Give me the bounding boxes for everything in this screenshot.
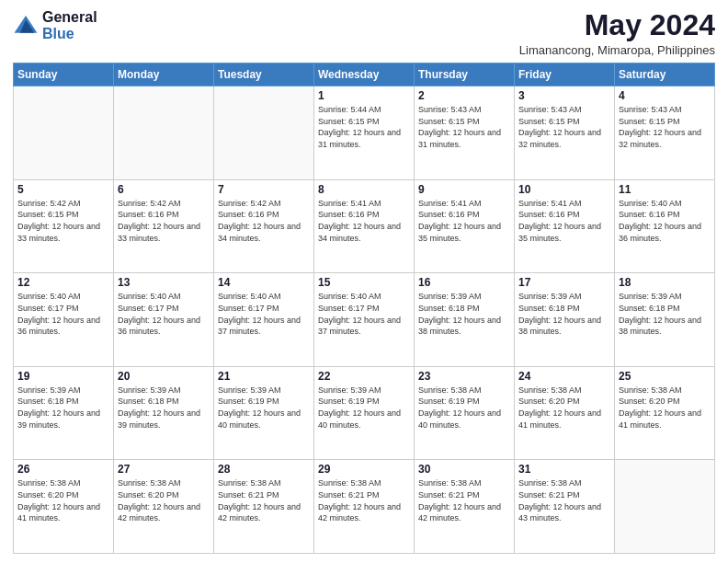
calendar-header-row: Sunday Monday Tuesday Wednesday Thursday… [14, 63, 715, 86]
day-info: Sunrise: 5:40 AM Sunset: 6:17 PM Dayligh… [118, 291, 210, 337]
day-info: Sunrise: 5:38 AM Sunset: 6:19 PM Dayligh… [418, 385, 510, 431]
day-cell: 4Sunrise: 5:43 AM Sunset: 6:15 PM Daylig… [615, 86, 715, 180]
day-cell: 23Sunrise: 5:38 AM Sunset: 6:19 PM Dayli… [415, 366, 515, 460]
day-cell: 22Sunrise: 5:39 AM Sunset: 6:19 PM Dayli… [314, 366, 415, 460]
day-cell: 1Sunrise: 5:44 AM Sunset: 6:15 PM Daylig… [314, 86, 415, 180]
day-info: Sunrise: 5:41 AM Sunset: 6:16 PM Dayligh… [518, 198, 610, 244]
day-cell: 21Sunrise: 5:39 AM Sunset: 6:19 PM Dayli… [214, 366, 314, 460]
day-info: Sunrise: 5:39 AM Sunset: 6:19 PM Dayligh… [318, 385, 410, 431]
col-saturday: Saturday [615, 63, 715, 86]
day-cell: 11Sunrise: 5:40 AM Sunset: 6:16 PM Dayli… [615, 179, 715, 273]
day-number: 11 [619, 183, 711, 196]
day-cell: 19Sunrise: 5:39 AM Sunset: 6:18 PM Dayli… [14, 366, 114, 460]
logo-text: General Blue [42, 9, 97, 41]
logo: General Blue [13, 9, 97, 41]
day-number: 31 [518, 463, 610, 476]
week-row-1: 1Sunrise: 5:44 AM Sunset: 6:15 PM Daylig… [14, 86, 715, 180]
day-cell: 31Sunrise: 5:38 AM Sunset: 6:21 PM Dayli… [515, 460, 615, 554]
day-cell: 29Sunrise: 5:38 AM Sunset: 6:21 PM Dayli… [314, 460, 415, 554]
day-info: Sunrise: 5:38 AM Sunset: 6:20 PM Dayligh… [118, 477, 210, 523]
day-info: Sunrise: 5:39 AM Sunset: 6:18 PM Dayligh… [118, 385, 210, 431]
col-wednesday: Wednesday [314, 63, 415, 86]
day-cell: 18Sunrise: 5:39 AM Sunset: 6:18 PM Dayli… [615, 273, 715, 367]
day-cell: 9Sunrise: 5:41 AM Sunset: 6:16 PM Daylig… [415, 179, 515, 273]
day-number: 21 [218, 370, 310, 383]
day-number: 20 [118, 370, 210, 383]
day-info: Sunrise: 5:40 AM Sunset: 6:17 PM Dayligh… [218, 291, 310, 337]
calendar-table: Sunday Monday Tuesday Wednesday Thursday… [13, 63, 715, 554]
day-number: 14 [218, 276, 310, 289]
day-number: 2 [418, 89, 510, 102]
day-number: 19 [17, 370, 109, 383]
day-cell: 26Sunrise: 5:38 AM Sunset: 6:20 PM Dayli… [14, 460, 114, 554]
day-number: 18 [619, 276, 711, 289]
day-number: 8 [318, 183, 410, 196]
day-cell [615, 460, 715, 554]
day-cell: 10Sunrise: 5:41 AM Sunset: 6:16 PM Dayli… [515, 179, 615, 273]
day-number: 5 [17, 183, 109, 196]
day-info: Sunrise: 5:44 AM Sunset: 6:15 PM Dayligh… [318, 104, 410, 150]
day-info: Sunrise: 5:43 AM Sunset: 6:15 PM Dayligh… [518, 104, 610, 150]
day-number: 3 [518, 89, 610, 102]
day-number: 22 [318, 370, 410, 383]
day-number: 1 [318, 89, 410, 102]
day-cell: 16Sunrise: 5:39 AM Sunset: 6:18 PM Dayli… [415, 273, 515, 367]
day-cell: 25Sunrise: 5:38 AM Sunset: 6:20 PM Dayli… [615, 366, 715, 460]
col-monday: Monday [114, 63, 214, 86]
day-cell: 12Sunrise: 5:40 AM Sunset: 6:17 PM Dayli… [14, 273, 114, 367]
day-number: 15 [318, 276, 410, 289]
day-cell: 17Sunrise: 5:39 AM Sunset: 6:18 PM Dayli… [515, 273, 615, 367]
week-row-4: 19Sunrise: 5:39 AM Sunset: 6:18 PM Dayli… [14, 366, 715, 460]
col-thursday: Thursday [415, 63, 515, 86]
day-number: 26 [17, 463, 109, 476]
day-info: Sunrise: 5:38 AM Sunset: 6:20 PM Dayligh… [619, 385, 711, 431]
day-info: Sunrise: 5:42 AM Sunset: 6:16 PM Dayligh… [218, 198, 310, 244]
day-info: Sunrise: 5:40 AM Sunset: 6:16 PM Dayligh… [619, 198, 711, 244]
page: General Blue May 2024 Limanancong, Mimar… [0, 0, 728, 563]
day-cell: 13Sunrise: 5:40 AM Sunset: 6:17 PM Dayli… [114, 273, 214, 367]
day-info: Sunrise: 5:38 AM Sunset: 6:21 PM Dayligh… [418, 477, 510, 523]
day-number: 23 [418, 370, 510, 383]
day-cell: 27Sunrise: 5:38 AM Sunset: 6:20 PM Dayli… [114, 460, 214, 554]
week-row-2: 5Sunrise: 5:42 AM Sunset: 6:15 PM Daylig… [14, 179, 715, 273]
col-tuesday: Tuesday [214, 63, 314, 86]
day-cell: 24Sunrise: 5:38 AM Sunset: 6:20 PM Dayli… [515, 366, 615, 460]
week-row-5: 26Sunrise: 5:38 AM Sunset: 6:20 PM Dayli… [14, 460, 715, 554]
day-info: Sunrise: 5:38 AM Sunset: 6:20 PM Dayligh… [518, 385, 610, 431]
header: General Blue May 2024 Limanancong, Mimar… [13, 9, 715, 57]
day-cell: 28Sunrise: 5:38 AM Sunset: 6:21 PM Dayli… [214, 460, 314, 554]
day-number: 29 [318, 463, 410, 476]
day-info: Sunrise: 5:43 AM Sunset: 6:15 PM Dayligh… [418, 104, 510, 150]
day-cell: 14Sunrise: 5:40 AM Sunset: 6:17 PM Dayli… [214, 273, 314, 367]
day-info: Sunrise: 5:39 AM Sunset: 6:18 PM Dayligh… [518, 291, 610, 337]
day-info: Sunrise: 5:38 AM Sunset: 6:21 PM Dayligh… [518, 477, 610, 523]
day-cell: 6Sunrise: 5:42 AM Sunset: 6:16 PM Daylig… [114, 179, 214, 273]
day-info: Sunrise: 5:39 AM Sunset: 6:18 PM Dayligh… [619, 291, 711, 337]
col-friday: Friday [515, 63, 615, 86]
day-number: 12 [17, 276, 109, 289]
day-number: 24 [518, 370, 610, 383]
day-cell: 3Sunrise: 5:43 AM Sunset: 6:15 PM Daylig… [515, 86, 615, 180]
day-number: 17 [518, 276, 610, 289]
day-info: Sunrise: 5:41 AM Sunset: 6:16 PM Dayligh… [418, 198, 510, 244]
day-cell: 2Sunrise: 5:43 AM Sunset: 6:15 PM Daylig… [415, 86, 515, 180]
day-number: 6 [118, 183, 210, 196]
day-cell: 7Sunrise: 5:42 AM Sunset: 6:16 PM Daylig… [214, 179, 314, 273]
day-info: Sunrise: 5:42 AM Sunset: 6:16 PM Dayligh… [118, 198, 210, 244]
day-number: 25 [619, 370, 711, 383]
day-cell: 5Sunrise: 5:42 AM Sunset: 6:15 PM Daylig… [14, 179, 114, 273]
day-info: Sunrise: 5:40 AM Sunset: 6:17 PM Dayligh… [17, 291, 109, 337]
day-number: 10 [518, 183, 610, 196]
logo-icon [13, 13, 39, 39]
day-cell [14, 86, 114, 180]
day-info: Sunrise: 5:38 AM Sunset: 6:21 PM Dayligh… [318, 477, 410, 523]
day-number: 4 [619, 89, 711, 102]
day-info: Sunrise: 5:43 AM Sunset: 6:15 PM Dayligh… [619, 104, 711, 150]
day-number: 16 [418, 276, 510, 289]
logo-blue-text: Blue [42, 26, 97, 42]
day-cell: 30Sunrise: 5:38 AM Sunset: 6:21 PM Dayli… [415, 460, 515, 554]
day-info: Sunrise: 5:39 AM Sunset: 6:19 PM Dayligh… [218, 385, 310, 431]
day-info: Sunrise: 5:38 AM Sunset: 6:21 PM Dayligh… [218, 477, 310, 523]
day-cell: 8Sunrise: 5:41 AM Sunset: 6:16 PM Daylig… [314, 179, 415, 273]
day-number: 7 [218, 183, 310, 196]
